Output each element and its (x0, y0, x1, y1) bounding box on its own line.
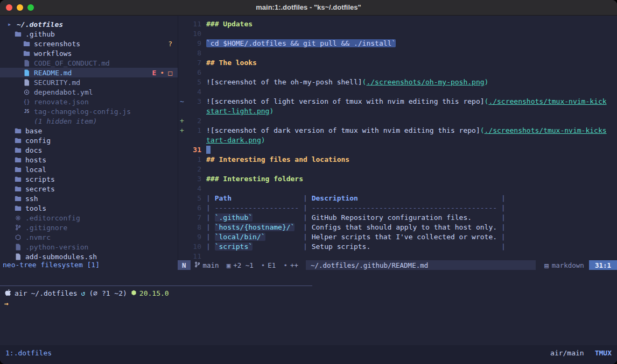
editor-line[interactable]: 9`cd $HOME/.dotfiles && git pull && ./in… (178, 39, 617, 48)
editor-line[interactable]: 5![screenshot of the oh-my-posh shell](.… (178, 77, 617, 87)
editor-line[interactable]: 8 (178, 48, 617, 58)
tree-item-label: .nvmrc (25, 233, 51, 241)
tree-item-renovate-json[interactable]: {}renovate.json (0, 97, 178, 106)
shell-pane[interactable]: air ~/.dotfiles ↺ (⌀ ?1 ~2) 20.15.0 → (4, 288, 613, 309)
tree-item-github[interactable]: .github (0, 29, 178, 39)
line-text: | Path | Description | (206, 194, 506, 203)
tree-item-readme-md[interactable]: README.mdE•□ (0, 68, 178, 77)
tree-item-scripts[interactable]: scripts (0, 174, 178, 184)
editor-line[interactable]: 3### Interesting folders (178, 174, 617, 184)
cwd: ~/.dotfiles (31, 289, 77, 297)
editor-line[interactable]: 4 (178, 87, 617, 97)
git-sign (178, 77, 187, 87)
tree-item-code-of-conduct-md[interactable]: CODE_OF_CONDUCT.md (0, 58, 178, 68)
hostname: air (15, 289, 27, 297)
line-number: 3 (187, 97, 206, 106)
line-number: 1 (187, 126, 206, 135)
editor-line[interactable]: tart-dark.png) (178, 135, 617, 145)
file-icon (14, 244, 22, 251)
editor-line[interactable]: 31 (178, 145, 617, 155)
git-branch-icon (194, 261, 200, 269)
tree-item-nvmrc[interactable]: .nvmrc (0, 232, 178, 242)
tmux-window-item[interactable]: 1:.dotfiles (5, 349, 52, 357)
tree-item-docs[interactable]: docs (0, 145, 178, 155)
editor-line[interactable]: 4 (178, 184, 617, 194)
node-segment: 20.15.0 (131, 289, 169, 297)
tree-item-base[interactable]: base (0, 126, 178, 135)
tree-item-label: docs (25, 146, 42, 154)
tree-item-add-submodules-sh[interactable]: add-submodules.sh (0, 252, 178, 260)
tree-item-tag-changelog-config-js[interactable]: JStag-changelog-config.js (0, 106, 178, 116)
shell-input-line[interactable]: → (4, 298, 613, 309)
apple-icon (4, 289, 11, 298)
folder-icon (23, 41, 31, 47)
tree-item-hosts[interactable]: hosts (0, 155, 178, 165)
neo-tree-sidebar[interactable]: ▸~/.dotfiles.githubscreenshots?workflows… (0, 15, 178, 260)
tree-item-workflows[interactable]: workflows (0, 48, 178, 58)
folder-icon (14, 186, 22, 192)
git-sign (178, 184, 187, 194)
editor-line[interactable]: 11 (178, 252, 617, 260)
editor-line[interactable]: +2 (178, 116, 617, 126)
tree-item-tools[interactable]: tools (0, 203, 178, 213)
editor-line[interactable]: 10| `scripts` | Setup scripts. | (178, 242, 617, 252)
shell-prompt: air ~/.dotfiles ↺ (⌀ ?1 ~2) 20.15.0 (4, 288, 613, 298)
editor-line[interactable]: 6| -------------------- | --------------… (178, 203, 617, 213)
line-text (206, 145, 211, 155)
terminal-window: main:1:.dotfiles - "ks~/.dotfiles" ▸~/.d… (0, 0, 617, 364)
tree-item-label: (1 hidden item) (34, 117, 97, 125)
editor-pane[interactable]: 11### Updates109`cd $HOME/.dotfiles && g… (178, 15, 617, 260)
tree-item-gitignore[interactable]: .gitignore (0, 223, 178, 232)
git-sign (178, 252, 187, 260)
editor-line[interactable]: start-light.png) (178, 106, 617, 116)
tree-item-label: .github (25, 30, 55, 38)
line-number: 6 (187, 68, 206, 77)
line-text: ![screenshot of light version of tmux wi… (206, 97, 607, 106)
line-number: 10 (187, 242, 206, 252)
tree-item-label: CODE_OF_CONDUCT.md (34, 59, 110, 67)
editor-line[interactable]: 5| Path | Description | (178, 194, 617, 203)
git-sign (178, 58, 187, 68)
line-number: 4 (187, 184, 206, 194)
tree-item-1-hidden-item[interactable]: (1 hidden item) (0, 116, 178, 126)
line-number (187, 106, 206, 116)
refresh-icon: ↺ (81, 289, 86, 297)
terminal-content[interactable]: ▸~/.dotfiles.githubscreenshots?workflows… (0, 15, 617, 364)
editor-line[interactable]: 9| `local/bin/` | Helper scripts that I'… (178, 232, 617, 242)
tree-item-local[interactable]: local (0, 165, 178, 174)
editor-line[interactable]: +1![screenshot of dark version of tmux w… (178, 126, 617, 135)
git-sign (178, 174, 187, 184)
file-icon (23, 79, 31, 86)
tree-item-ssh[interactable]: ssh (0, 194, 178, 203)
editor-line[interactable]: 6 (178, 68, 617, 77)
editor-line[interactable]: 11### Updates (178, 19, 617, 29)
line-number: 9 (187, 232, 206, 242)
git-sign (178, 68, 187, 77)
tree-item-label: README.md (34, 69, 72, 77)
editor-line[interactable]: ~3![screenshot of light version of tmux … (178, 97, 617, 106)
line-number: 8 (187, 48, 206, 58)
git-sign (178, 194, 187, 203)
tree-item-dotfiles[interactable]: ▸~/.dotfiles (0, 19, 178, 29)
editor-line[interactable]: 7## The looks (178, 58, 617, 68)
tree-item-dependabot-yml[interactable]: dependabot.yml (0, 87, 178, 97)
editor-line[interactable]: 10 (178, 29, 617, 39)
editor-line[interactable]: 2 (178, 165, 617, 174)
tree-item-label: config (25, 137, 51, 145)
editor-line[interactable]: 1## Interesting files and locations (178, 155, 617, 165)
tree-item-screenshots[interactable]: screenshots? (0, 39, 178, 48)
tree-item-editorconfig[interactable]: .editorconfig (0, 213, 178, 223)
editor-line[interactable]: 8| `hosts/{hostname}/` | Configs that sh… (178, 223, 617, 232)
diagnostic-error-badge: E (152, 69, 157, 77)
git-sign (178, 29, 187, 39)
git-sign (178, 39, 187, 48)
tree-item-python-version[interactable]: .python-version (0, 242, 178, 252)
tree-item-label: dependabot.yml (34, 88, 93, 96)
tree-item-config[interactable]: config (0, 135, 178, 145)
editor-line[interactable]: 7| `.github` | GitHub Repository configu… (178, 213, 617, 223)
tree-item-secrets[interactable]: secrets (0, 184, 178, 194)
tree-item-security-md[interactable]: SECURITY.md (0, 77, 178, 87)
tree-item-label: workflows (34, 49, 72, 58)
tmux-pane-divider[interactable] (0, 286, 312, 286)
folder-icon (14, 147, 22, 153)
